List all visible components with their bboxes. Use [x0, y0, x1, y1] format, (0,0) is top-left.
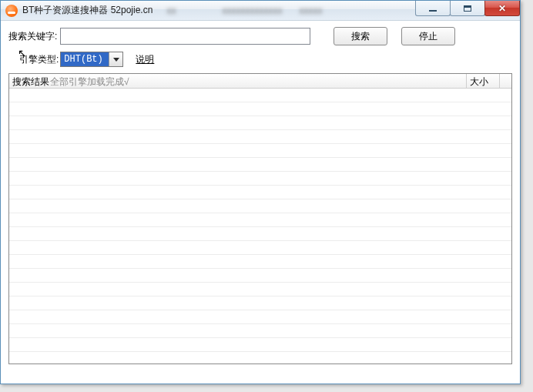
engine-row: 引擎类型: DHT(Bt) 说明	[19, 52, 512, 67]
grid-header: 搜索结果 全部引擎加载完成√ 大小	[9, 74, 511, 89]
engine-type-label: 引擎类型:	[19, 53, 59, 66]
app-window: BT种子资源速搜神器 52pojie.cn xx xxxxxxxxxxxxx x…	[0, 0, 521, 384]
combo-arrow	[109, 52, 122, 66]
close-button[interactable]: ✕	[484, 1, 520, 16]
keyword-input[interactable]	[60, 28, 310, 45]
grid-body[interactable]	[9, 89, 511, 364]
keyword-label: 搜索关键字:	[8, 30, 57, 43]
blurred-text: xxxxxxxxxxxxx	[222, 5, 282, 16]
chevron-down-icon	[113, 58, 119, 62]
blurred-text: xx	[166, 5, 176, 16]
engine-type-combo[interactable]: DHT(Bt)	[60, 52, 123, 67]
col-header-result[interactable]: 搜索结果 全部引擎加载完成√	[9, 74, 467, 88]
engine-type-selected: DHT(Bt)	[61, 52, 109, 66]
results-grid: 搜索结果 全部引擎加载完成√ 大小	[8, 73, 512, 364]
client-area: 搜索关键字: 搜索 停止 ↖ 引擎类型: DHT(Bt) 说明 搜索结果 全部引…	[1, 21, 520, 370]
col-header-extra[interactable]	[500, 74, 511, 88]
explain-link[interactable]: 说明	[136, 53, 154, 66]
col-header-size[interactable]: 大小	[467, 74, 500, 88]
window-title: BT种子资源速搜神器 52pojie.cn	[22, 4, 153, 17]
maximize-button[interactable]	[450, 1, 485, 16]
search-button[interactable]: 搜索	[334, 27, 387, 45]
stop-button[interactable]: 停止	[401, 27, 455, 45]
minimize-icon	[429, 10, 437, 12]
blurred-text: xxxxx	[299, 5, 322, 16]
search-row: 搜索关键字: 搜索 停止	[8, 27, 512, 45]
window-controls: ✕	[416, 1, 520, 16]
title-bar: BT种子资源速搜神器 52pojie.cn xx xxxxxxxxxxxxx x…	[1, 1, 520, 21]
minimize-button[interactable]	[415, 1, 451, 16]
maximize-icon	[464, 5, 471, 12]
col-header-size-label: 大小	[470, 75, 488, 89]
col-header-result-status: 全部引擎加载完成√	[50, 75, 129, 89]
col-header-result-label: 搜索结果	[12, 75, 49, 89]
close-icon: ✕	[498, 4, 506, 13]
app-icon	[5, 5, 18, 17]
